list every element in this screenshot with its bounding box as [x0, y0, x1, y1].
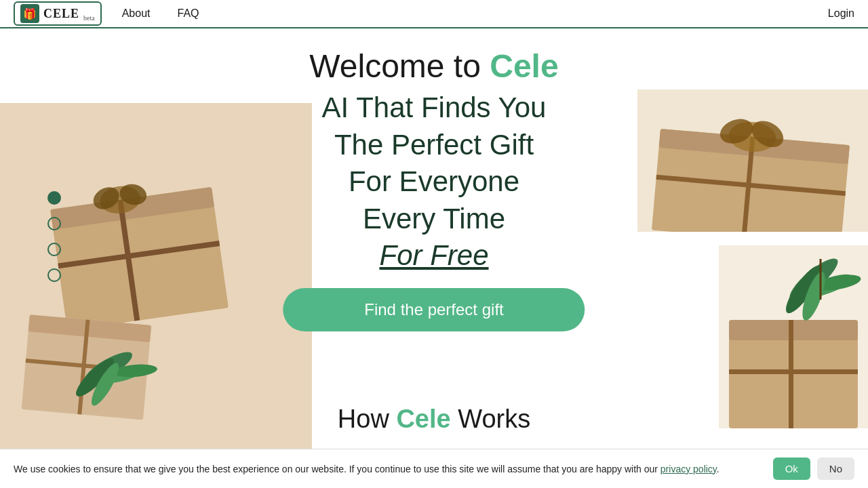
hero-tagline: AI That Finds You The Perfect Gift For E…	[283, 89, 585, 274]
hero-text-area: AI That Finds You The Perfect Gift For E…	[283, 89, 585, 331]
tagline-line5: For Free	[283, 237, 585, 274]
gift-image-right-bottom	[719, 245, 868, 428]
cookie-banner: We use cookies to ensure that we give yo…	[0, 449, 868, 488]
slide-dots	[47, 191, 61, 282]
logo-beta: beta	[83, 14, 95, 22]
gift-image-right-top	[637, 89, 868, 232]
logo-text: CELE	[43, 7, 79, 21]
slide-dot-4[interactable]	[47, 268, 61, 282]
slide-dot-3[interactable]	[47, 243, 61, 256]
nav-links: About FAQ	[122, 7, 828, 20]
welcome-prefix: Welcome to	[309, 48, 490, 84]
nav-login[interactable]: Login	[828, 7, 854, 20]
cookie-no-button[interactable]: No	[817, 458, 854, 480]
svg-rect-29	[789, 320, 793, 428]
slide-dot-2[interactable]	[47, 217, 61, 230]
cta-button[interactable]: Find the perfect gift	[283, 288, 585, 331]
nav-about[interactable]: About	[122, 7, 151, 20]
tagline-line1: AI That Finds You	[283, 89, 585, 127]
how-title: How Cele Works	[338, 405, 530, 434]
tagline-line2: The Perfect Gift	[283, 127, 585, 164]
how-suffix: Works	[451, 405, 531, 433]
main-content: Welcome to Cele	[0, 28, 868, 488]
navbar: 🎁 CELE beta About FAQ Login	[0, 0, 868, 28]
gift-image-left	[0, 103, 312, 449]
welcome-brand: Cele	[490, 48, 558, 84]
welcome-heading: Welcome to Cele	[0, 28, 868, 85]
how-brand: Cele	[396, 405, 450, 433]
slide-dot-1[interactable]	[47, 191, 61, 205]
how-prefix: How	[338, 405, 397, 433]
tagline-line4: Every Time	[283, 201, 585, 238]
logo[interactable]: 🎁 CELE beta	[14, 1, 102, 26]
cookie-ok-button[interactable]: Ok	[773, 458, 810, 480]
cookie-text: We use cookies to ensure that we give yo…	[14, 464, 766, 474]
nav-faq[interactable]: FAQ	[178, 7, 199, 20]
tagline-line3: For Everyone	[283, 163, 585, 201]
logo-icon: 🎁	[20, 4, 39, 23]
how-section: How Cele Works	[338, 405, 530, 434]
privacy-policy-link[interactable]: privacy policy	[660, 464, 717, 474]
